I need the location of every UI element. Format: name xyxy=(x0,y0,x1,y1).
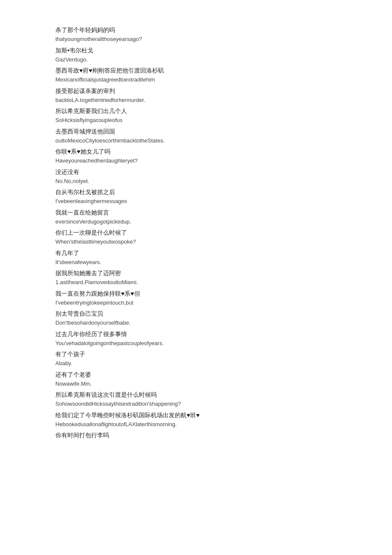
chinese-line-2: 墨西哥政♥府♥刚刚答应把他引渡回洛杉矶 xyxy=(55,66,337,75)
english-line-15: You'vehadalotgoingonthepastcoupleofyears… xyxy=(55,339,337,348)
english-line-0: thatyoungmotherallthoseyearsago? xyxy=(55,35,337,44)
english-line-1: GazVerdugo. xyxy=(55,55,337,64)
chinese-line-14: 别太苛责自己宝贝 xyxy=(55,309,337,318)
english-line-12: 1.astIheard,PiamovedouttoMiami. xyxy=(55,278,337,287)
chinese-line-15: 过去几年你经历了很多事情 xyxy=(55,330,337,339)
english-line-3: backtoLA.togethimtriedforhermurder. xyxy=(55,96,337,105)
chinese-line-18: 所以希克斯有说这次引渡是什么时候吗 xyxy=(55,390,337,399)
chinese-line-9: 我就一直在给她留言 xyxy=(55,208,337,217)
chinese-line-13: 我一直在努力跟她保持联♥系♥但 xyxy=(55,289,337,298)
chinese-line-11: 有几年了 xyxy=(55,249,337,258)
chinese-line-10: 你们上一次聊是什么时候了 xyxy=(55,228,337,237)
english-line-17: Nowawife.Mm. xyxy=(55,380,337,388)
english-line-2: Mexicanofficialsjustagreedtoextraditehim xyxy=(55,76,337,84)
chinese-line-1: 加斯•韦尔杜戈 xyxy=(55,46,337,55)
chinese-line-19: 给我们定了今早晚些时候洛杉矶国际机场出发的航♥班♥ xyxy=(55,411,337,420)
chinese-line-0: 杀了那个年轻妈妈的吗 xyxy=(55,26,337,35)
english-line-4: SoHicksisflyingacoupleofus xyxy=(55,116,337,125)
english-line-13: I'vebeentryingtokeepintouch,but xyxy=(55,299,337,307)
chinese-line-4: 所以希克斯要我们出几个人 xyxy=(55,107,337,116)
chinese-line-6: 你联♥系♥她女儿了吗 xyxy=(55,147,337,156)
english-line-6: Haveyoureachedherdaughteryet? xyxy=(55,157,337,165)
chinese-line-17: 还有了个老婆 xyxy=(55,370,337,379)
chinese-line-8: 自从韦尔杜戈被抓之后 xyxy=(55,188,337,197)
english-line-8: I'vebeenleavinghermessages xyxy=(55,197,337,206)
english-line-19: HebookedusallonaflightoutofLAXlaterthism… xyxy=(55,420,337,429)
english-line-16: Ababy. xyxy=(55,359,337,368)
chinese-line-12: 据我所知她搬去了迈阿密 xyxy=(55,269,337,278)
chinese-line-5: 去墨西哥城押送他回国 xyxy=(55,127,337,136)
subtitle-content: 杀了那个年轻妈妈的吗thatyoungmotherallthoseyearsag… xyxy=(55,26,337,440)
chinese-line-3: 接受那起谋杀案的审判 xyxy=(55,87,337,96)
english-line-5: outtoMexicoCitytoescorthimbacktotheState… xyxy=(55,137,337,145)
chinese-line-20: 你有时间打包行李吗 xyxy=(55,431,337,440)
english-line-7: No.No,notyet. xyxy=(55,177,337,186)
english-line-10: When'sthelasttimeyoutwospoke? xyxy=(55,238,337,246)
chinese-line-7: 没还没有 xyxy=(55,168,337,177)
chinese-line-16: 有了个孩子 xyxy=(55,350,337,359)
english-line-18: SohowsoondidHickssaythisextradition'shap… xyxy=(55,400,337,408)
english-line-9: eversinceVerdugogotpickedup. xyxy=(55,218,337,226)
english-line-11: It'sbeenafewyears. xyxy=(55,258,337,267)
english-line-14: Don'tbesohardonyourselfbabe. xyxy=(55,319,337,327)
